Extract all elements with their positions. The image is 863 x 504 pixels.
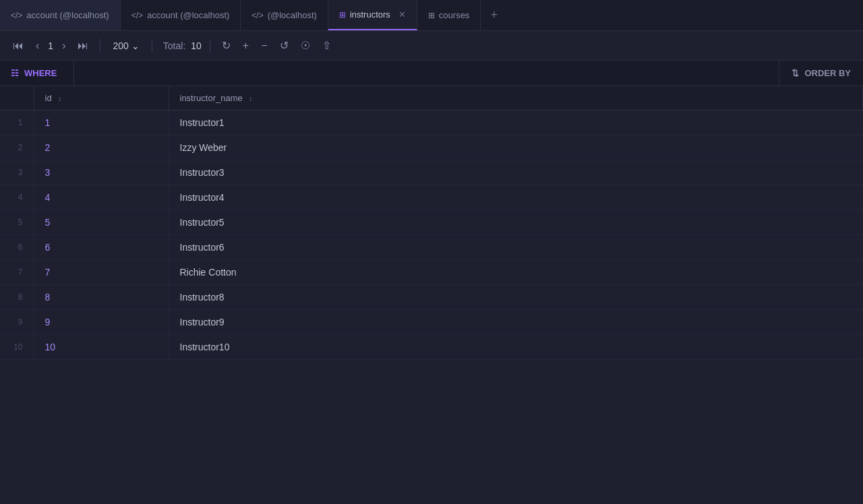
tabs-bar: </> account (@localhost) </> account (@l… <box>0 0 863 31</box>
tab-account-1[interactable]: </> account (@localhost) <box>0 0 121 30</box>
sort-icon-id: ↕ <box>58 95 61 102</box>
total-value: 10 <box>191 40 202 51</box>
table-row[interactable]: 55Instructor5 <box>0 210 863 235</box>
limit-value: 200 <box>113 40 128 51</box>
order-by-label: ORDER BY <box>804 68 851 78</box>
limit-chevron: ⌄ <box>131 40 140 51</box>
table-header-row: id ↕ instructor_name ↕ <box>0 86 863 111</box>
code-icon-1: </> <box>11 11 22 20</box>
row-number: 3 <box>0 160 34 185</box>
table-row[interactable]: 77Richie Cotton <box>0 260 863 285</box>
filter-bar: ☷ WHERE ⇅ ORDER BY <box>0 61 863 86</box>
row-number: 4 <box>0 185 34 210</box>
cell-instructor-name[interactable]: Instructor10 <box>169 335 863 360</box>
table-body: 11Instructor122Izzy Weber33Instructor344… <box>0 111 863 360</box>
cell-instructor-name[interactable]: Instructor9 <box>169 310 863 335</box>
tab-label-2: account (@localhost) <box>147 10 229 20</box>
cell-instructor-name[interactable]: Izzy Weber <box>169 135 863 160</box>
row-number: 7 <box>0 260 34 285</box>
refresh-button[interactable]: ↻ <box>218 36 234 55</box>
cell-id[interactable]: 2 <box>34 135 169 160</box>
limit-selector[interactable]: 200 ⌄ <box>109 39 143 53</box>
row-number: 1 <box>0 111 34 135</box>
last-page-button[interactable]: ⏭ <box>74 37 92 55</box>
table-row[interactable]: 22Izzy Weber <box>0 135 863 160</box>
page-indicator: 1 <box>48 40 53 51</box>
cell-id[interactable]: 6 <box>34 235 169 260</box>
tab-label-1: account (@localhost) <box>26 10 109 20</box>
cell-id[interactable]: 1 <box>34 111 169 135</box>
row-num-header <box>0 86 34 111</box>
row-number: 8 <box>0 285 34 310</box>
total-label: Total: <box>163 40 185 51</box>
data-table: id ↕ instructor_name ↕ 11Instructor122Iz… <box>0 86 863 360</box>
revert-button[interactable]: ↺ <box>276 36 292 55</box>
cell-id[interactable]: 8 <box>34 285 169 310</box>
table-row[interactable]: 44Instructor4 <box>0 185 863 210</box>
cell-id[interactable]: 10 <box>34 335 169 360</box>
row-number: 6 <box>0 235 34 260</box>
tab-close-instructors[interactable]: ✕ <box>398 10 406 19</box>
delete-row-button[interactable]: − <box>258 37 270 55</box>
data-table-container: id ↕ instructor_name ↕ 11Instructor122Iz… <box>0 86 863 504</box>
add-tab-button[interactable]: + <box>481 0 507 30</box>
table-icon-5: ⊞ <box>428 11 435 20</box>
col-header-id[interactable]: id ↕ <box>34 86 169 111</box>
tab-courses[interactable]: ⊞ courses <box>417 0 481 30</box>
cell-instructor-name[interactable]: Instructor3 <box>169 160 863 185</box>
prev-page-button[interactable]: ‹ <box>32 37 42 55</box>
table-row[interactable]: 99Instructor9 <box>0 310 863 335</box>
cell-id[interactable]: 9 <box>34 310 169 335</box>
filter-icon: ☷ <box>11 68 19 78</box>
table-row[interactable]: 66Instructor6 <box>0 235 863 260</box>
tab-label-3: (@localhost) <box>268 10 317 20</box>
first-page-button[interactable]: ⏮ <box>9 37 27 55</box>
page-number: 1 <box>48 40 53 51</box>
row-number: 10 <box>0 335 34 360</box>
view-button[interactable]: ☉ <box>297 36 314 55</box>
cell-id[interactable]: 7 <box>34 260 169 285</box>
separator-1 <box>100 39 100 53</box>
cell-instructor-name[interactable]: Richie Cotton <box>169 260 863 285</box>
export-button[interactable]: ⇧ <box>319 36 334 55</box>
tab-localhost[interactable]: </> (@localhost) <box>241 0 328 30</box>
cell-instructor-name[interactable]: Instructor5 <box>169 210 863 235</box>
separator-2 <box>152 39 152 53</box>
where-section: ☷ WHERE <box>0 61 74 86</box>
row-number: 9 <box>0 310 34 335</box>
order-by-icon: ⇅ <box>792 68 799 78</box>
toolbar: ⏮ ‹ 1 › ⏭ 200 ⌄ Total: 10 ↻ + − ↺ ☉ ⇧ <box>0 31 863 61</box>
table-row[interactable]: 88Instructor8 <box>0 285 863 310</box>
table-row[interactable]: 33Instructor3 <box>0 160 863 185</box>
cell-instructor-name[interactable]: Instructor8 <box>169 285 863 310</box>
tab-label-4: instructors <box>350 9 390 20</box>
cell-instructor-name[interactable]: Instructor6 <box>169 235 863 260</box>
add-row-button[interactable]: + <box>239 37 252 55</box>
sort-icon-name: ↕ <box>249 95 252 102</box>
cell-instructor-name[interactable]: Instructor4 <box>169 185 863 210</box>
cell-id[interactable]: 5 <box>34 210 169 235</box>
row-number: 5 <box>0 210 34 235</box>
table-row[interactable]: 1010Instructor10 <box>0 335 863 360</box>
order-by-button[interactable]: ⇅ ORDER BY <box>779 61 863 86</box>
col-header-instructor-name[interactable]: instructor_name ↕ <box>169 86 863 111</box>
table-row[interactable]: 11Instructor1 <box>0 111 863 135</box>
where-label: WHERE <box>24 68 57 78</box>
tab-account-2[interactable]: </> account (@localhost) <box>121 0 241 30</box>
code-icon-3: </> <box>251 11 263 20</box>
tab-label-5: courses <box>439 10 470 20</box>
next-page-button[interactable]: › <box>59 37 69 55</box>
tab-instructors[interactable]: ⊞ instructors ✕ <box>328 0 417 30</box>
table-icon-4: ⊞ <box>339 10 346 20</box>
cell-id[interactable]: 4 <box>34 185 169 210</box>
code-icon-2: </> <box>131 11 143 20</box>
cell-id[interactable]: 3 <box>34 160 169 185</box>
row-number: 2 <box>0 135 34 160</box>
separator-3 <box>210 39 210 53</box>
cell-instructor-name[interactable]: Instructor1 <box>169 111 863 135</box>
